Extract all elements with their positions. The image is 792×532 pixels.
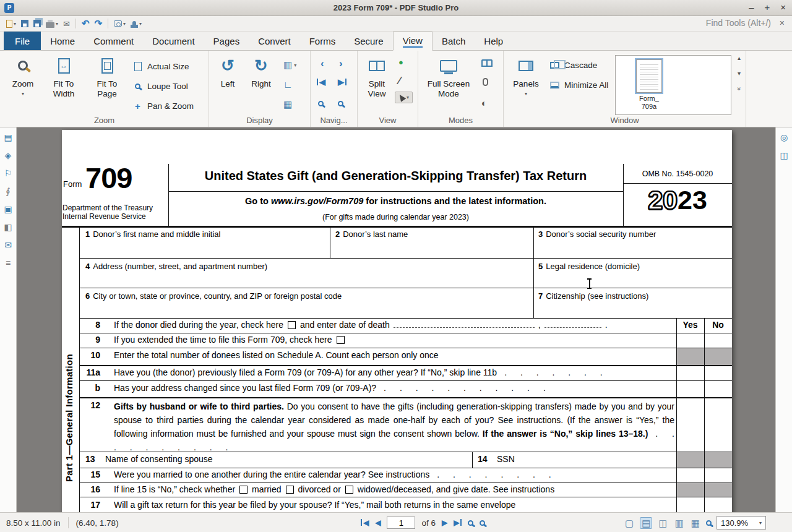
split-view-button[interactable]: Split View: [360, 55, 394, 99]
full-screen-mode-button[interactable]: Full Screen Mode: [422, 55, 475, 99]
next-page-icon[interactable]: ›: [339, 58, 343, 69]
next-view-button[interactable]: [480, 518, 485, 528]
cover-layout-button[interactable]: ▦: [690, 518, 701, 528]
panels-button[interactable]: Panels ▾: [509, 55, 543, 97]
loupe-tool-button[interactable]: Loupe Tool: [132, 79, 188, 93]
tab-batch[interactable]: Batch: [433, 32, 475, 50]
tab-view[interactable]: View: [393, 32, 433, 51]
zoom-level-select[interactable]: 130.9% ▾: [717, 516, 766, 530]
line-10-text: Enter the total number of donees listed …: [114, 350, 439, 360]
tab-help[interactable]: Help: [475, 32, 512, 50]
scroll-up-icon[interactable]: ▴: [738, 54, 741, 61]
find-tools-input[interactable]: Find Tools (Alt+/): [706, 18, 771, 28]
touch-mode-button[interactable]: [483, 78, 488, 86]
last-page-icon[interactable]: ▶: [338, 78, 346, 86]
grid-button[interactable]: ▦: [283, 99, 292, 110]
checkbox-widowed[interactable]: [345, 486, 353, 494]
document-canvas[interactable]: Form 709 Department of the Treasury Inte…: [17, 127, 775, 512]
page-number-input[interactable]: [387, 517, 415, 529]
facing-continuous-layout-button[interactable]: ▥: [674, 518, 685, 528]
facing-layout-button[interactable]: ◫: [657, 518, 668, 528]
read-mode-button[interactable]: [481, 59, 493, 67]
night-mode-button[interactable]: ◐: [481, 98, 487, 108]
layers-panel-icon[interactable]: ▣: [4, 205, 12, 213]
fit-to-page-button[interactable]: Fit To Page: [88, 55, 126, 99]
content-panel-icon[interactable]: ◫: [780, 151, 788, 160]
rotate-left-button[interactable]: ↺ Left: [213, 55, 243, 89]
comments-panel-icon[interactable]: ✉: [4, 241, 12, 249]
tab-convert[interactable]: Convert: [249, 32, 300, 50]
save-all-button[interactable]: [31, 17, 43, 30]
next-view-icon[interactable]: [338, 98, 343, 108]
ribbon-group-modes: Full Screen Mode ◐ Modes: [418, 51, 504, 127]
first-page-button[interactable]: ◀: [361, 518, 369, 527]
fit-to-width-button[interactable]: ↔ Fit To Width: [45, 55, 83, 99]
attachments-panel-icon[interactable]: ∮: [6, 187, 10, 195]
thumbnails-panel-icon[interactable]: ▤: [4, 133, 12, 142]
cascade-button[interactable]: Cascade: [549, 58, 597, 72]
tags-panel-icon[interactable]: ≡: [6, 259, 11, 267]
previous-page-icon[interactable]: ‹: [321, 58, 324, 69]
tab-document[interactable]: Document: [143, 32, 204, 50]
actual-size-button[interactable]: Actual Size: [132, 59, 189, 73]
document-thumbnail-item[interactable]: Form_ 709a: [626, 59, 673, 110]
goto-line: Go to www.irs.gov/Form709 for instructio…: [168, 196, 623, 206]
destinations-panel-icon[interactable]: ⚐: [4, 169, 12, 178]
zoom-out-button[interactable]: [706, 518, 712, 528]
field-5-label[interactable]: 5Legal residence (domicile): [538, 262, 640, 271]
line-tool-icon[interactable]: ∕: [398, 75, 400, 86]
field-2-label[interactable]: 2Donor’s last name: [335, 230, 408, 239]
tab-home[interactable]: Home: [41, 32, 84, 50]
checkbox-donor-died[interactable]: [288, 321, 296, 329]
zoom-button[interactable]: Zoom ▾: [5, 55, 41, 97]
bookmarks-panel-icon[interactable]: ◈: [5, 151, 12, 160]
next-page-button[interactable]: ▶: [442, 518, 447, 527]
select-tool-button[interactable]: ▾: [395, 92, 413, 103]
email-button[interactable]: ✉: [61, 17, 72, 30]
checkbox-married[interactable]: [239, 486, 248, 494]
field-4-label[interactable]: 4Address (number, street, and apartment …: [85, 262, 267, 271]
print-button[interactable]: ▾: [43, 17, 61, 30]
tab-comment[interactable]: Comment: [84, 32, 143, 50]
status-dot-icon[interactable]: ●: [398, 58, 403, 66]
tab-forms[interactable]: Forms: [300, 32, 345, 50]
minimize-all-button[interactable]: Minimize All: [549, 78, 608, 92]
rotate-right-button[interactable]: ↻ Right: [245, 55, 277, 89]
snapshot-button[interactable]: ▾: [111, 17, 128, 30]
signatures-panel-icon[interactable]: ◧: [4, 223, 12, 231]
save-button[interactable]: [19, 17, 31, 30]
first-page-icon[interactable]: ◀: [317, 78, 325, 86]
checkbox-extended-time[interactable]: [337, 336, 345, 344]
stamp-button[interactable]: ▾: [128, 17, 144, 30]
date-of-death-field[interactable]: [394, 321, 535, 328]
scroll-down-icon[interactable]: ▾: [738, 70, 741, 77]
field-3-label[interactable]: 3Donor’s social security number: [538, 230, 656, 239]
rulers-button[interactable]: ∟: [283, 79, 293, 90]
previous-view-icon[interactable]: [318, 98, 324, 108]
minimize-button[interactable]: –: [749, 2, 754, 12]
continuous-layout-button[interactable]: ▤: [640, 517, 652, 529]
tab-file[interactable]: File: [4, 32, 41, 50]
page-layout-button[interactable]: ▥ ▾: [283, 59, 296, 71]
tab-secure[interactable]: Secure: [345, 32, 393, 50]
date-of-death-field-2[interactable]: [544, 321, 601, 328]
redo-button[interactable]: ↷: [92, 17, 105, 30]
new-document-button[interactable]: ▾: [4, 17, 19, 30]
previous-page-button[interactable]: ◀: [375, 518, 381, 527]
expand-more-icon[interactable]: »: [736, 87, 742, 91]
maximize-button[interactable]: +: [764, 2, 770, 12]
field-7-label[interactable]: 7Citizenship (see instructions): [538, 291, 648, 301]
field-6-label[interactable]: 6City or town, state or province, countr…: [85, 291, 342, 301]
previous-view-button[interactable]: [468, 518, 473, 528]
save-all-icon: [33, 20, 41, 27]
checkbox-divorced[interactable]: [286, 486, 294, 494]
close-button[interactable]: ×: [780, 2, 786, 12]
last-page-button[interactable]: ▶: [454, 518, 462, 527]
pan-zoom-button[interactable]: + Pan & Zoom: [132, 99, 194, 113]
undo-button[interactable]: ↶: [79, 17, 92, 30]
single-page-layout-button[interactable]: ▢: [624, 518, 635, 528]
link-panel-icon[interactable]: ◎: [780, 133, 788, 142]
field-1-label[interactable]: 1Donor’s first name and middle initial: [85, 230, 220, 239]
tab-pages[interactable]: Pages: [204, 32, 249, 50]
find-close-icon[interactable]: ×: [780, 18, 785, 28]
